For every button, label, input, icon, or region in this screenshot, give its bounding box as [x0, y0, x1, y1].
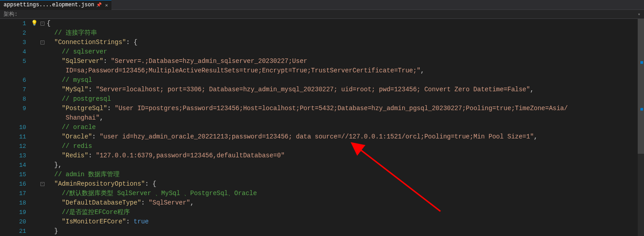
token-str: "SqlServer"	[149, 199, 190, 206]
fold-toggle[interactable]: -	[40, 182, 44, 186]
fold-toggle	[38, 66, 47, 76]
lightbulb-slot	[31, 104, 38, 113]
token-punct: :	[126, 218, 133, 225]
code-line[interactable]: "Oracle": "user id=hzy_admin_oracle_2022…	[47, 132, 644, 142]
line-number: 16	[0, 179, 26, 189]
token-punct: :	[145, 180, 152, 187]
token-key: "AdminRepositoryOptions"	[54, 180, 145, 187]
line-number: 14	[0, 160, 26, 170]
code-line[interactable]: // redis	[47, 142, 644, 151]
fold-toggle	[38, 142, 47, 151]
fold-column: ---	[38, 19, 47, 236]
token-punct: :	[103, 58, 111, 65]
lightbulb-slot	[31, 208, 38, 217]
token-str: "Server=localhost; port=3306; Database=h…	[96, 86, 530, 93]
code-line[interactable]: //默认数据库类型 SqlServer 、MySql 、PostgreSql、O…	[47, 189, 644, 198]
fold-toggle	[38, 104, 47, 113]
lightbulb-slot	[31, 38, 38, 47]
line-number: 2	[0, 28, 26, 38]
lightbulb-slot	[31, 198, 38, 208]
code-line[interactable]: "DefaultDatabaseType": "SqlServer",	[47, 198, 644, 208]
line-number: 12	[0, 142, 26, 151]
code-line[interactable]: "PostgreSql": "User ID=postgres;Password…	[47, 104, 644, 113]
margin-indicator[interactable]	[640, 108, 643, 111]
token-comment: // sqlserver	[62, 48, 107, 55]
code-line[interactable]: {	[47, 19, 644, 28]
token-str: "127.0.0.1:6379,password=123456,defaultD…	[96, 152, 284, 159]
fold-toggle	[38, 217, 47, 227]
token-comment: // 连接字符串	[54, 29, 97, 36]
token-punct: :	[141, 199, 149, 206]
code-line[interactable]: "SqlServer": "Server=.;Database=hzy_admi…	[47, 57, 644, 66]
code-editor[interactable]: 123456789101112131415161718192021 💡 --- …	[0, 19, 644, 236]
dropdown-icon[interactable]: ▾	[638, 12, 640, 17]
fold-toggle[interactable]: -	[40, 40, 44, 45]
code-line[interactable]: },	[47, 160, 644, 170]
line-number: 19	[0, 208, 26, 217]
token-key: "MySql"	[62, 86, 89, 93]
pin-icon[interactable]: 📌	[96, 2, 102, 8]
fold-toggle	[38, 28, 47, 38]
code-line[interactable]: // postgresql	[47, 94, 644, 104]
code-area[interactable]: { // 连接字符串 "ConnectionStrings": { // sql…	[47, 19, 644, 236]
code-line[interactable]: }	[47, 227, 644, 236]
code-line[interactable]: "IsMonitorEFCore": true	[47, 217, 644, 227]
token-comment: // admin 数据库管理	[54, 171, 120, 178]
line-number-gutter: 123456789101112131415161718192021	[0, 19, 31, 236]
code-line[interactable]: // 连接字符串	[47, 28, 644, 38]
token-punct: ,	[100, 114, 103, 121]
margin-indicator[interactable]	[640, 61, 643, 64]
vertical-scrollbar-thumb[interactable]	[638, 19, 644, 154]
line-number: 3	[0, 38, 26, 47]
lightbulb-slot	[31, 57, 38, 66]
line-number: 8	[0, 94, 26, 104]
file-tab[interactable]: appsettings....elopment.json 📌 ✕	[0, 0, 111, 10]
lightbulb-slot	[31, 76, 38, 85]
token-punct: ,	[534, 133, 537, 140]
lightbulb-slot	[31, 28, 38, 38]
code-line[interactable]: // mysql	[47, 76, 644, 85]
fold-toggle	[38, 47, 47, 57]
code-line[interactable]: "MySql": "Server=localhost; port=3306; D…	[47, 85, 644, 94]
token-punct: ,	[530, 86, 533, 93]
code-line[interactable]: ID=sa;Password=123456;MultipleActiveResu…	[47, 66, 644, 76]
token-comment: //默认数据库类型 SqlServer 、MySql 、PostgreSql、O…	[62, 190, 257, 197]
code-line[interactable]: Shanghai",	[47, 113, 644, 123]
code-line[interactable]: "Redis": "127.0.0.1:6379,password=123456…	[47, 151, 644, 160]
structure-label: 架构:	[4, 10, 18, 18]
line-number: 13	[0, 151, 26, 160]
tab-title: appsettings....elopment.json	[4, 2, 94, 8]
line-number: 9	[0, 104, 26, 113]
line-number: 6	[0, 76, 26, 85]
code-line[interactable]: //是否监控EFCore程序	[47, 208, 644, 217]
token-comment: // mysql	[62, 76, 92, 84]
lightbulb-slot	[31, 217, 38, 227]
fold-toggle	[38, 160, 47, 170]
token-key: "ConnectionStrings"	[54, 39, 126, 46]
code-line[interactable]: // sqlserver	[47, 47, 644, 57]
lightbulb-slot	[31, 151, 38, 160]
token-comment: // oracle	[62, 124, 96, 131]
lightbulb-slot	[31, 189, 38, 198]
line-number: 4	[0, 47, 26, 57]
fold-toggle[interactable]: -	[40, 22, 44, 26]
token-str: ID=sa;Password=123456;MultipleActiveResu…	[62, 67, 421, 74]
line-number: 20	[0, 217, 26, 227]
lightbulb-icon[interactable]: 💡	[31, 19, 38, 28]
code-line[interactable]: // admin 数据库管理	[47, 170, 644, 179]
line-number: 7	[0, 85, 26, 94]
code-line[interactable]: // oracle	[47, 123, 644, 132]
close-icon[interactable]: ✕	[105, 2, 108, 8]
token-key: "SqlServer"	[62, 58, 103, 65]
token-punct: :	[92, 133, 100, 140]
token-punct: :	[126, 39, 133, 46]
token-punct: :	[107, 105, 115, 112]
lightbulb-slot	[31, 132, 38, 142]
code-line[interactable]: "ConnectionStrings": {	[47, 38, 644, 47]
token-key: "Oracle"	[62, 133, 92, 140]
token-str: "user id=hzy_admin_oracle_20221213;passw…	[100, 133, 534, 140]
code-line[interactable]: "AdminRepositoryOptions": {	[47, 179, 644, 189]
token-comment: // redis	[62, 142, 92, 150]
lightbulb-slot	[31, 113, 38, 123]
token-str: "User ID=postgres;Password=123456;Host=l…	[115, 105, 568, 112]
